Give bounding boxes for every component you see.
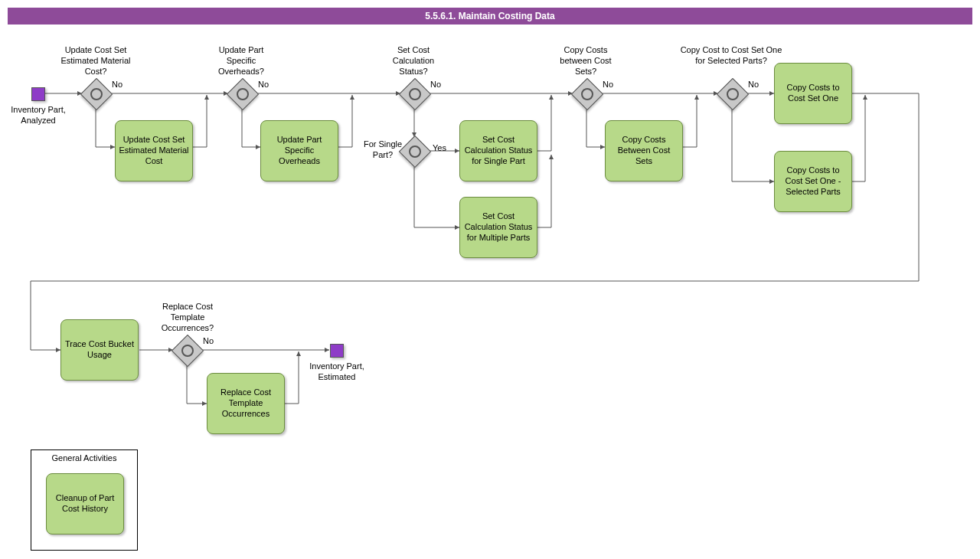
edge-label-g1-no: No (112, 80, 122, 89)
task-set-status-multiple[interactable]: Set Cost Calculation Status for Multiple… (459, 197, 537, 258)
gateway-replace-cost-template (172, 335, 204, 367)
edge-label-g5-no: No (603, 80, 613, 89)
gateway-update-cost-set-label: Update Cost Set Estimated Material Cost? (54, 45, 138, 77)
gateway-copy-to-cost-set-one-label: Copy Cost to Cost Set One for Selected P… (678, 45, 785, 67)
end-event (330, 344, 344, 358)
edge-label-g7-no: No (203, 336, 214, 345)
task-copy-to-cost-set-one[interactable]: Copy Costs to Cost Set One (774, 63, 852, 124)
gateway-for-single-part-label: For Single Part? (360, 139, 406, 161)
task-cleanup-history[interactable]: Cleanup of Part Cost History (46, 473, 124, 534)
task-replace-cost-template[interactable]: Replace Cost Template Occurrences (207, 373, 285, 434)
gateway-update-part-overheads-label: Update Part Specific Overheads? (203, 45, 279, 77)
group-title: General Activities (31, 450, 137, 463)
gateway-copy-costs-between-label: Copy Costs between Cost Sets? (551, 45, 620, 77)
edge-label-g6-no: No (748, 80, 759, 89)
gateway-copy-costs-between (571, 78, 603, 110)
gateway-copy-to-cost-set-one (717, 78, 749, 110)
edge-label-g2-no: No (258, 80, 269, 89)
task-update-cost-set-material[interactable]: Update Cost Set Estimated Material Cost (115, 120, 193, 181)
diagram-canvas: Inventory Part, Analyzed Update Cost Set… (8, 25, 972, 559)
gateway-update-cost-set (80, 78, 113, 110)
group-general-activities: General Activities Cleanup of Part Cost … (31, 449, 138, 551)
task-trace-cost-bucket[interactable]: Trace Cost Bucket Usage (60, 319, 139, 381)
edge-label-g3-no: No (430, 80, 441, 89)
start-event (31, 87, 45, 101)
page-title: 5.5.6.1. Maintain Costing Data (8, 8, 972, 25)
gateway-replace-cost-template-label: Replace Cost Template Occurrences? (153, 302, 222, 333)
end-event-label: Inventory Part, Estimated (306, 361, 368, 383)
gateway-update-part-overheads (227, 78, 259, 110)
edge-label-g4-yes: Yes (433, 143, 446, 152)
start-event-label: Inventory Part, Analyzed (8, 105, 69, 126)
gateway-set-cost-calc-status-label: Set Cost Calculation Status? (379, 45, 448, 77)
task-update-part-overheads[interactable]: Update Part Specific Overheads (260, 120, 338, 181)
gateway-set-cost-calc-status (399, 78, 431, 110)
task-copy-costs-between[interactable]: Copy Costs Between Cost Sets (605, 120, 683, 181)
task-set-status-single[interactable]: Set Cost Calculation Status for Single P… (459, 120, 537, 181)
task-copy-to-cost-set-one-selected[interactable]: Copy Costs to Cost Set One - Selected Pa… (774, 151, 852, 212)
